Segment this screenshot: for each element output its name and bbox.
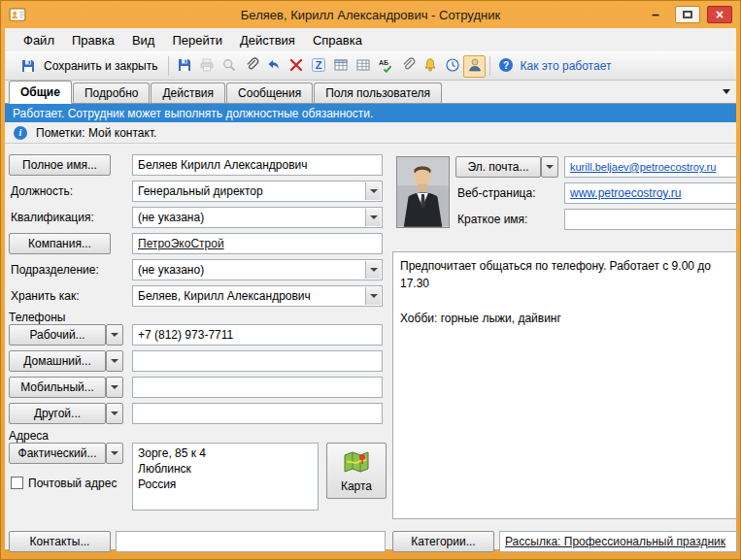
short-name-field[interactable] [564, 209, 737, 230]
menu-actions[interactable]: Действия [231, 30, 304, 50]
chevron-down-icon [370, 215, 378, 219]
department-combobox[interactable]: (не указано) [132, 259, 383, 280]
file-as-combobox[interactable]: Беляев, Кирилл Александрович [132, 285, 383, 307]
email-field[interactable]: kurill.beljaev@petroecostroy.ru [564, 156, 737, 178]
spellcheck-button[interactable]: АБ [374, 55, 396, 78]
chevron-down-icon [111, 333, 118, 337]
insert-table-button[interactable] [329, 55, 352, 78]
mobile-phone-dropdown-button[interactable] [106, 377, 123, 398]
phones-section-label: Телефоны [9, 311, 65, 324]
client-area: Файл Правка Вид Перейти Действия Справка… [5, 28, 736, 549]
spellcheck-icon: АБ [378, 57, 393, 76]
other-phone-button[interactable]: Другой... [9, 403, 106, 424]
home-phone-button[interactable]: Домашний... [9, 350, 106, 372]
categories-field[interactable]: Рассылка: Профессиональный праздник [499, 531, 737, 552]
company-link[interactable]: ПетроЭкоСтрой [138, 237, 224, 250]
save-and-close-label: Сохранить и закрыть [44, 59, 157, 73]
other-phone-dropdown-button[interactable] [106, 403, 123, 424]
menu-goto[interactable]: Перейти [163, 30, 231, 50]
save-button[interactable] [173, 55, 195, 78]
other-phone-field[interactable] [132, 403, 383, 424]
reminder-button[interactable] [419, 55, 441, 78]
toolbar-separator [168, 56, 169, 76]
undo-button[interactable] [262, 55, 285, 78]
work-phone-button[interactable]: Рабочий... [9, 324, 106, 346]
company-field[interactable]: ПетроЭкоСтрой [132, 233, 383, 254]
categories-link[interactable]: Рассылка: Профессиональный праздник [505, 535, 725, 548]
minimize-button[interactable]: – [643, 6, 668, 23]
menu-edit[interactable]: Правка [63, 30, 123, 50]
position-dropdown-button[interactable] [365, 182, 381, 200]
maximize-button[interactable] [675, 6, 700, 23]
qualification-label: Квалификация: [11, 211, 94, 224]
contacts-field[interactable] [116, 531, 386, 552]
insert-grid-button[interactable] [352, 55, 374, 78]
web-page-link[interactable]: www.petroecostroy.ru [570, 186, 682, 200]
home-phone-dropdown-button[interactable] [106, 350, 123, 372]
home-phone-field[interactable] [132, 350, 383, 372]
menu-view[interactable]: Вид [123, 30, 164, 50]
recurrence-button[interactable] [441, 55, 463, 78]
chevron-down-icon [546, 165, 554, 169]
preview-icon [221, 57, 237, 76]
position-combobox[interactable]: Генеральный директор [132, 181, 383, 202]
tab-general[interactable]: Общие [9, 81, 72, 104]
full-name-button[interactable]: Полное имя... [9, 154, 111, 176]
attach-item-button[interactable] [396, 55, 419, 78]
address-type-button[interactable]: Фактический... [9, 443, 106, 464]
toolbar: Сохранить и закрыть Z АБ ? Как это работ… [5, 51, 736, 81]
categories-button[interactable]: Категории... [392, 531, 494, 552]
help-link[interactable]: Как это работает [520, 59, 611, 73]
delete-button[interactable] [285, 55, 307, 78]
print-icon [199, 57, 215, 76]
print-button [195, 55, 218, 78]
tab-user-fields[interactable]: Поля пользователя [314, 82, 442, 103]
email-dropdown-button[interactable] [541, 156, 558, 178]
menu-help[interactable]: Справка [304, 30, 371, 50]
tab-messages[interactable]: Сообщения [226, 82, 313, 103]
menu-file[interactable]: Файл [15, 30, 63, 50]
attach-icon [244, 57, 259, 76]
position-label: Должность: [11, 184, 73, 198]
undo-icon [266, 57, 282, 76]
map-button-label: Карта [341, 479, 372, 493]
full-name-field[interactable]: Беляев Кирилл Александрович [132, 154, 383, 176]
qualification-value: (не указана) [138, 211, 204, 224]
save-and-close-button[interactable]: Сохранить и закрыть [10, 52, 164, 81]
contact-photo-button[interactable] [463, 55, 486, 78]
map-icon [343, 448, 370, 478]
help-button[interactable]: ? [494, 55, 517, 78]
work-phone-field[interactable]: +7 (812) 973-7711 [132, 324, 383, 346]
file-as-dropdown-button[interactable] [365, 287, 381, 305]
postal-address-checkbox[interactable] [11, 477, 23, 489]
svg-text:Z: Z [316, 59, 322, 71]
attach-file-button[interactable] [240, 55, 262, 78]
mobile-phone-button[interactable]: Мобильный... [9, 377, 106, 398]
contact-photo[interactable] [396, 156, 450, 228]
close-button[interactable]: × [707, 6, 732, 23]
svg-text:?: ? [503, 60, 509, 71]
app-window: Беляев, Кирилл Александрович - Сотрудник… [0, 0, 741, 560]
contacts-button[interactable]: Контакты... [9, 531, 111, 552]
qualification-dropdown-button[interactable] [365, 209, 381, 226]
department-dropdown-button[interactable] [365, 261, 381, 279]
chevron-down-icon [370, 268, 378, 272]
autotext-button[interactable]: Z [307, 55, 329, 78]
company-button[interactable]: Компания... [9, 233, 111, 254]
mobile-phone-field[interactable] [132, 377, 383, 398]
tab-scroll-button[interactable] [719, 84, 733, 99]
web-page-field[interactable]: www.petroecostroy.ru [564, 182, 737, 204]
tab-activities[interactable]: Действия [151, 82, 225, 103]
tab-details[interactable]: Подробно [73, 82, 151, 103]
address-type-dropdown-button[interactable] [106, 443, 123, 464]
address-textarea[interactable]: Зорге, 85 к 4 Люблинск Россия [132, 443, 319, 511]
work-phone-dropdown-button[interactable] [106, 324, 123, 346]
notes-textarea[interactable]: Предпочитает общаться по телефону. Работ… [392, 251, 737, 519]
email-link[interactable]: kurill.beljaev@petroecostroy.ru [570, 161, 716, 173]
save-icon [17, 55, 39, 78]
qualification-combobox[interactable]: (не указана) [132, 207, 383, 228]
file-as-value: Беляев, Кирилл Александрович [138, 289, 311, 303]
email-button[interactable]: Эл. почта... [455, 156, 541, 178]
chevron-down-icon [370, 189, 378, 193]
map-button[interactable]: Карта [326, 443, 387, 499]
